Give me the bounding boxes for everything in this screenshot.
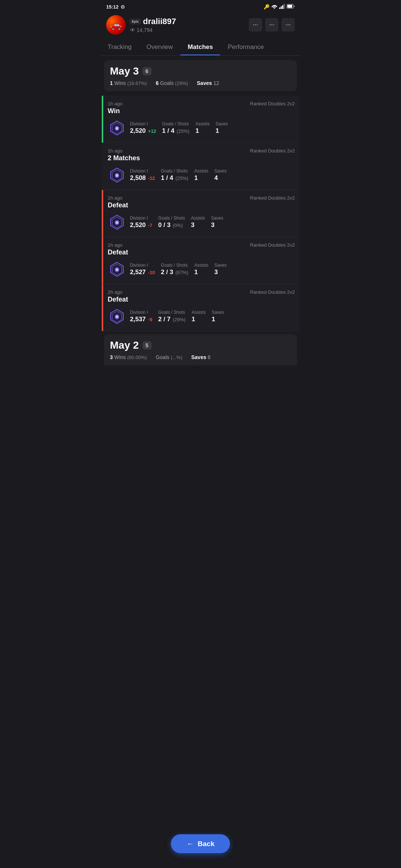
match5-details: Division I 2,537 -9 Goals / Shots 2 / 7 … [108, 307, 295, 326]
match2-delta: -12 [148, 175, 155, 181]
match5-assists: Assists 1 [192, 310, 206, 323]
match5-left: 2h ago Defeat [108, 289, 128, 303]
match-item-2[interactable]: 1h ago 2 Matches Ranked Doubles 2v2 Divi… [102, 143, 299, 190]
viewers-row: 👁 14,794 [130, 27, 244, 33]
profile-actions: ⋯ ⋯ ⋯ [249, 18, 295, 32]
match2-goals: Goals / Shots 1 / 4 (25%) [161, 168, 188, 182]
viewer-count: 14,794 [137, 27, 153, 33]
action-btn-3[interactable]: ⋯ [281, 18, 295, 32]
match1-goals-shots: 1 / 4 [162, 127, 175, 135]
match5-result: Defeat [108, 296, 128, 303]
match3-result: Defeat [108, 201, 128, 209]
may3-date-group: May 3 6 1 Wins (16.67%) 6 Goals (29%) Sa… [104, 60, 297, 91]
status-icons: 🔑 [264, 4, 295, 10]
match1-result: Win [108, 107, 123, 115]
match4-mode: Ranked Doubles 2v2 [250, 242, 295, 248]
may2-goals: Goals (...%) [156, 354, 182, 360]
match5-goals: Goals / Shots 2 / 7 (29%) [158, 310, 186, 323]
match1-top: 1h ago Win Ranked Doubles 2v2 [108, 101, 295, 115]
may3-goals: 6 Goals (29%) [156, 80, 188, 86]
may3-title: May 3 [110, 65, 139, 77]
match2-rating: 2,508 [130, 174, 146, 182]
match2-saves: Saves 4 [214, 168, 226, 182]
svg-rect-1 [281, 6, 282, 9]
match2-details: Division I 2,508 -12 Goals / Shots 1 / 4… [108, 166, 295, 184]
match-item-3[interactable]: 1h ago Defeat Ranked Doubles 2v2 Divisio… [102, 190, 299, 237]
match1-assists-val: 1 [195, 127, 209, 135]
match1-mode: Ranked Doubles 2v2 [250, 101, 295, 106]
match5-division: Division I 2,537 -9 [130, 310, 152, 323]
match1-division: Division I 2,520 +12 [130, 121, 156, 135]
tab-overview[interactable]: Overview [139, 39, 180, 55]
clock: 15:12 [106, 4, 118, 10]
match2-mode: Ranked Doubles 2v2 [250, 148, 295, 154]
may3-wins: 1 Wins (16.67%) [110, 80, 147, 86]
match2-result: 2 Matches [108, 154, 140, 162]
match3-assists: Assists 3 [191, 216, 205, 229]
match3-division: Division I 2,520 -7 [130, 216, 152, 229]
signal-icon [279, 4, 285, 10]
tab-matches[interactable]: Matches [180, 39, 220, 55]
match1-details: Division I 2,520 +12 Goals / Shots 1 / 4… [108, 119, 295, 137]
platform-row: Epic dralii897 [130, 17, 244, 26]
tab-performance[interactable]: Performance [220, 39, 271, 55]
match3-saves: Saves 3 [211, 216, 223, 229]
may3-saves: Saves 12 [197, 80, 219, 86]
may2-header: May 2 5 [110, 339, 291, 351]
avatar: 🚗 [106, 15, 125, 34]
tab-tracking[interactable]: Tracking [100, 39, 139, 55]
match4-assists: Assists 1 [194, 263, 208, 276]
match3-time: 1h ago [108, 195, 128, 201]
match3-details: Division I 2,520 -7 Goals / Shots 0 / 3 … [108, 213, 295, 231]
match2-division: Division I 2,508 -12 [130, 168, 155, 182]
match2-top: 1h ago 2 Matches Ranked Doubles 2v2 [108, 148, 295, 162]
match5-top: 2h ago Defeat Ranked Doubles 2v2 [108, 289, 295, 303]
svg-point-9 [115, 127, 118, 130]
may2-date-group: May 2 5 3 Wins (60.00%) Goals (...%) Sav… [104, 334, 297, 365]
key-icon: 🔑 [264, 4, 270, 10]
charging-icon: ⊙ [121, 4, 125, 10]
svg-rect-3 [284, 4, 285, 9]
match3-top: 1h ago Defeat Ranked Doubles 2v2 [108, 195, 295, 209]
match-item-1[interactable]: 1h ago Win Ranked Doubles 2v2 Division I… [102, 96, 299, 143]
match1-rank [108, 119, 126, 137]
match4-stats: Division I 2,527 -10 Goals / Shots 2 / 3… [130, 263, 295, 276]
action-btn-2[interactable]: ⋯ [265, 18, 278, 32]
svg-point-17 [115, 221, 118, 224]
match4-division: Division I 2,527 -10 [130, 263, 155, 276]
may3-header: May 3 6 [110, 65, 291, 77]
may2-title: May 2 [110, 339, 139, 351]
match-item-5[interactable]: 2h ago Defeat Ranked Doubles 2v2 Divisio… [102, 284, 299, 331]
match1-assists: Assists 1 [195, 121, 209, 135]
match1-goals: Goals / Shots 1 / 4 (25%) [162, 121, 190, 135]
may3-match-count: 6 [143, 67, 151, 75]
match5-stats: Division I 2,537 -9 Goals / Shots 2 / 7 … [130, 310, 295, 323]
match3-rank [108, 213, 126, 231]
match1-delta: +12 [148, 128, 156, 134]
status-time-area: 15:12 ⊙ [106, 4, 125, 10]
svg-rect-0 [279, 7, 280, 9]
match1-saves: Saves 1 [215, 121, 228, 135]
match4-result: Defeat [108, 249, 128, 256]
match1-left: 1h ago Win [108, 101, 123, 115]
svg-point-13 [115, 174, 118, 177]
match1-time: 1h ago [108, 101, 123, 106]
may2-wins: 3 Wins (60.00%) [110, 354, 147, 360]
match1-stats: Division I 2,520 +12 Goals / Shots 1 / 4… [130, 121, 295, 135]
match5-mode: Ranked Doubles 2v2 [250, 289, 295, 295]
match4-details: Division I 2,527 -10 Goals / Shots 2 / 3… [108, 260, 295, 279]
match5-time: 2h ago [108, 289, 128, 295]
match5-saves: Saves 1 [212, 310, 224, 323]
match4-saves: Saves 3 [214, 263, 226, 276]
action-btn-1[interactable]: ⋯ [249, 18, 262, 32]
status-bar: 15:12 ⊙ 🔑 [100, 0, 301, 12]
wifi-icon [271, 4, 278, 10]
svg-rect-2 [282, 5, 283, 9]
match3-stats: Division I 2,520 -7 Goals / Shots 0 / 3 … [130, 216, 295, 229]
may2-saves: Saves 6 [191, 354, 211, 360]
match3-goals: Goals / Shots 0 / 3 (0%) [158, 216, 185, 229]
match1-saves-val: 1 [215, 127, 228, 135]
match2-assists: Assists 1 [194, 168, 208, 182]
match-item-4[interactable]: 1h ago Defeat Ranked Doubles 2v2 Divisio… [102, 237, 299, 284]
may3-stats: 1 Wins (16.67%) 6 Goals (29%) Saves 12 [110, 80, 291, 86]
